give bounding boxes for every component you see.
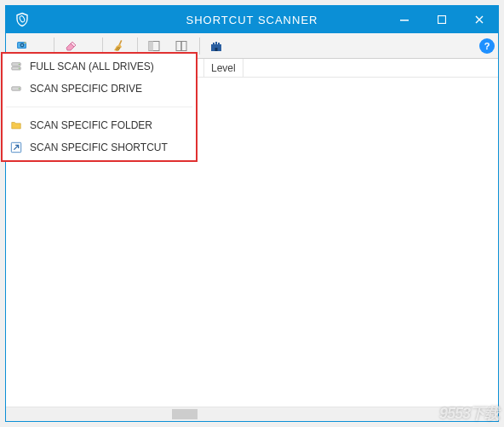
svg-point-17 xyxy=(19,68,20,69)
maximize-button[interactable] xyxy=(423,6,461,33)
castle-icon[interactable] xyxy=(203,36,229,56)
menu-label: SCAN SPECIFIC SHORTCUT xyxy=(30,141,168,153)
menu-label: SCAN SPECIFIC FOLDER xyxy=(30,119,152,131)
shortcut-icon xyxy=(9,141,23,154)
drives-icon xyxy=(9,60,23,73)
menu-scan-drive[interactable]: SCAN SPECIFIC DRIVE xyxy=(3,78,196,100)
folder-icon xyxy=(9,118,23,132)
scrollbar-thumb[interactable] xyxy=(172,409,198,419)
svg-rect-7 xyxy=(25,42,26,43)
close-button[interactable] xyxy=(461,6,498,33)
window-controls xyxy=(386,6,498,33)
svg-point-16 xyxy=(19,64,20,65)
svg-rect-13 xyxy=(215,48,218,51)
help-button[interactable]: ? xyxy=(479,38,495,54)
toolbar-separator xyxy=(199,38,200,55)
menu-label: FULL SCAN (ALL DRIVES) xyxy=(30,61,154,72)
svg-rect-2 xyxy=(438,16,446,24)
minimize-button[interactable] xyxy=(386,6,423,33)
horizontal-scrollbar[interactable] xyxy=(6,407,498,421)
svg-point-19 xyxy=(19,88,20,89)
svg-rect-12 xyxy=(180,41,182,50)
menu-label: SCAN SPECIFIC DRIVE xyxy=(30,83,142,95)
menu-scan-shortcut[interactable]: SCAN SPECIFIC SHORTCUT xyxy=(3,136,196,159)
svg-point-0 xyxy=(19,15,26,23)
svg-point-6 xyxy=(21,43,23,45)
column-header-level[interactable]: Level xyxy=(204,59,243,77)
shield-icon xyxy=(13,10,32,29)
menu-scan-folder[interactable]: SCAN SPECIFIC FOLDER xyxy=(3,114,196,136)
scan-dropdown-menu: FULL SCAN (ALL DRIVES) SCAN SPECIFIC DRI… xyxy=(1,52,198,162)
svg-rect-10 xyxy=(149,41,153,50)
menu-full-scan[interactable]: FULL SCAN (ALL DRIVES) xyxy=(3,55,196,78)
menu-separator xyxy=(6,107,192,107)
drive-icon xyxy=(9,82,23,95)
svg-rect-1 xyxy=(400,20,409,21)
titlebar: SHORTCUT SCANNER xyxy=(6,6,498,33)
